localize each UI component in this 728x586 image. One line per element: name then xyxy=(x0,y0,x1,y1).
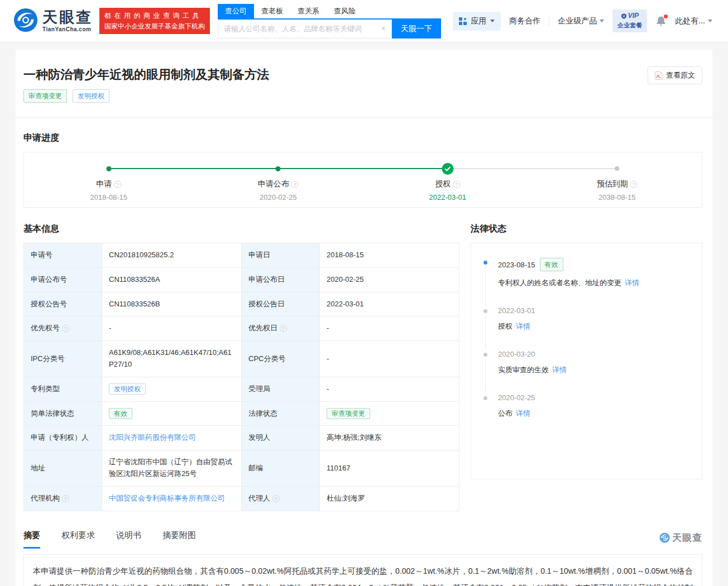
search-input[interactable] xyxy=(218,20,391,38)
timeline-dot-filed xyxy=(106,166,111,171)
field-value: 发明授权 xyxy=(102,377,242,401)
vip-package-badge[interactable]: VIP 企业套餐 xyxy=(612,9,647,32)
table-row: 简单法律状态 有效 法律状态 审查项变更 xyxy=(24,401,459,426)
legal-date: 2023-08-15 xyxy=(498,261,535,269)
search-tabs: 查公司 查老板 查关系 查风险 xyxy=(218,4,441,20)
legal-event-text: 公布 xyxy=(498,409,513,417)
label-text: 代理人 xyxy=(248,494,270,502)
watermark-brand: 天眼查 xyxy=(672,531,702,544)
step-label: 预估到期 xyxy=(597,179,628,189)
legal-status-item: 2020-02-25 公布详情 xyxy=(483,393,689,437)
nav-enterprise-products[interactable]: 企业级产品 xyxy=(558,16,604,26)
table-row: 专利类型 发明授权 受理局 - xyxy=(24,377,459,401)
field-value: 2022-03-01 xyxy=(320,292,459,316)
field-label: 优先权号 xyxy=(24,316,102,341)
slogan-line1: 都在用的商业查询工具 xyxy=(104,11,205,21)
timeline-connector xyxy=(485,359,486,392)
search-tab-boss[interactable]: 查老板 xyxy=(254,4,290,18)
detail-link[interactable]: 详情 xyxy=(552,366,567,374)
field-value: CN110833526B xyxy=(102,292,242,316)
abstract-text: 本申请提供一种防治青少年近视的药物组合物，其含有0.005～0.02wt.%阿托… xyxy=(33,566,693,586)
detail-link[interactable]: 详情 xyxy=(516,322,530,330)
slogan-line2: 国家中小企业发展子基金旗下机构 xyxy=(104,21,205,32)
step-date: 2022-03-01 xyxy=(429,193,467,201)
timeline-dot-expiry xyxy=(615,166,619,171)
detail-link[interactable]: 详情 xyxy=(625,278,639,287)
field-label: 代理人 xyxy=(242,486,320,511)
agency-link[interactable]: 中国贸促会专利商标事务所有限公司 xyxy=(109,494,225,502)
legal-status-item: 2020-03-20 实质审查的生效详情 xyxy=(483,350,689,393)
field-label: 申请日 xyxy=(242,243,320,268)
check-icon xyxy=(444,166,451,171)
field-value: 沈阳兴齐眼药股份有限公司 xyxy=(102,426,242,450)
detail-link[interactable]: 详情 xyxy=(516,409,530,417)
apps-menu-button[interactable]: 应用 xyxy=(453,12,501,31)
legal-date: 2022-03-01 xyxy=(498,306,535,315)
tianyancha-logo-icon xyxy=(13,8,38,35)
legal-status-timeline: 2023-08-15 有效 专利权人的姓名或者名称、地址的变更详情 2022-0… xyxy=(471,243,702,479)
field-value: 有效 xyxy=(102,401,242,426)
notification-bell-icon[interactable] xyxy=(655,16,667,27)
valid-badge: 有效 xyxy=(540,258,563,271)
tab-abstract-figure[interactable]: 摘要附图 xyxy=(162,530,196,549)
field-value: 辽宁省沈阳市中国（辽宁）自由贸易试验区沈阳片区新运河路25号 xyxy=(102,450,242,487)
tianyancha-watermark: 天眼查 xyxy=(659,531,702,549)
step-label: 申请 xyxy=(96,179,112,189)
tianyancha-logo[interactable]: 天眼查 TianYanCha.com xyxy=(13,8,93,35)
table-row: 地址 辽宁省沈阳市中国（辽宁）自由贸易试验区沈阳片区新运河路25号 邮编 110… xyxy=(24,450,459,487)
apps-label: 应用 xyxy=(471,16,486,26)
field-label: 法律状态 xyxy=(242,401,320,426)
help-icon[interactable] xyxy=(114,181,121,188)
help-icon[interactable] xyxy=(272,495,280,502)
progress-step-granted: 授权 2022-03-01 xyxy=(429,179,467,201)
help-icon[interactable] xyxy=(453,181,460,188)
nav-account-menu[interactable]: 此处有... xyxy=(675,16,712,26)
search-button[interactable]: 天眼一下 xyxy=(392,20,441,39)
applicant-company-link[interactable]: 沈阳兴齐眼药股份有限公司 xyxy=(109,433,196,441)
chevron-down-icon xyxy=(600,20,604,22)
field-label: 申请公布号 xyxy=(24,267,102,292)
view-original-button[interactable]: 查看原文 xyxy=(648,66,702,84)
timeline-line-future xyxy=(448,168,617,169)
help-icon[interactable] xyxy=(291,181,299,188)
vip-label-line1: VIP xyxy=(628,12,639,20)
legal-status-item: 2022-03-01 授权详情 xyxy=(483,306,689,350)
label-text: 代理机构 xyxy=(31,494,60,502)
view-original-label: 查看原文 xyxy=(666,70,695,80)
header-nav: 应用 商务合作 企业级产品 VIP 企业套餐 此处有... xyxy=(453,9,712,32)
tab-description[interactable]: 说明书 xyxy=(116,530,141,549)
step-label: 授权 xyxy=(435,179,451,189)
chevron-down-icon xyxy=(708,20,712,22)
search-tab-relation[interactable]: 查关系 xyxy=(290,4,327,18)
field-label: 地址 xyxy=(24,450,102,487)
help-icon[interactable] xyxy=(280,325,287,332)
field-value: A61K9/08;A61K31/46;A61K47/10;A61P27/10 xyxy=(102,341,242,377)
timeline-dot-published xyxy=(276,166,281,171)
tab-claims[interactable]: 权利要求 xyxy=(61,530,95,549)
tab-abstract[interactable]: 摘要 xyxy=(23,530,40,549)
progress-section-title: 申请进度 xyxy=(23,132,702,144)
help-icon[interactable] xyxy=(630,181,638,188)
help-icon[interactable] xyxy=(62,495,69,502)
simple-legal-status-badge: 有效 xyxy=(109,408,132,419)
apps-grid-icon xyxy=(459,17,467,25)
field-value: 高坤;杨强;刘继东 xyxy=(320,426,459,450)
field-value: 110167 xyxy=(320,450,459,487)
step-date: 2020-02-25 xyxy=(258,193,299,201)
help-icon[interactable] xyxy=(62,325,69,332)
nav-business-cooperation[interactable]: 商务合作 xyxy=(509,16,540,26)
field-value: - xyxy=(320,377,459,401)
search-clear-icon[interactable]: × xyxy=(381,24,386,33)
progress-step-filed: 申请 2018-08-15 xyxy=(90,179,128,201)
progress-step-published: 申请公布 2020-02-25 xyxy=(258,179,299,201)
legal-status-item: 2023-08-15 有效 专利权人的姓名或者名称、地址的变更详情 xyxy=(483,258,689,306)
search-tab-risk[interactable]: 查风险 xyxy=(327,4,363,18)
label-text: 优先权日 xyxy=(248,324,277,332)
legal-date: 2020-02-25 xyxy=(498,393,535,402)
field-value: - xyxy=(320,316,459,341)
top-header: 天眼查 TianYanCha.com 都在用的商业查询工具 国家中小企业发展子基… xyxy=(0,0,728,42)
basic-info-section-title: 基本信息 xyxy=(23,223,459,235)
step-date: 2018-08-15 xyxy=(90,193,128,201)
search-tab-company[interactable]: 查公司 xyxy=(218,4,254,18)
field-label: 申请（专利权）人 xyxy=(24,426,102,450)
